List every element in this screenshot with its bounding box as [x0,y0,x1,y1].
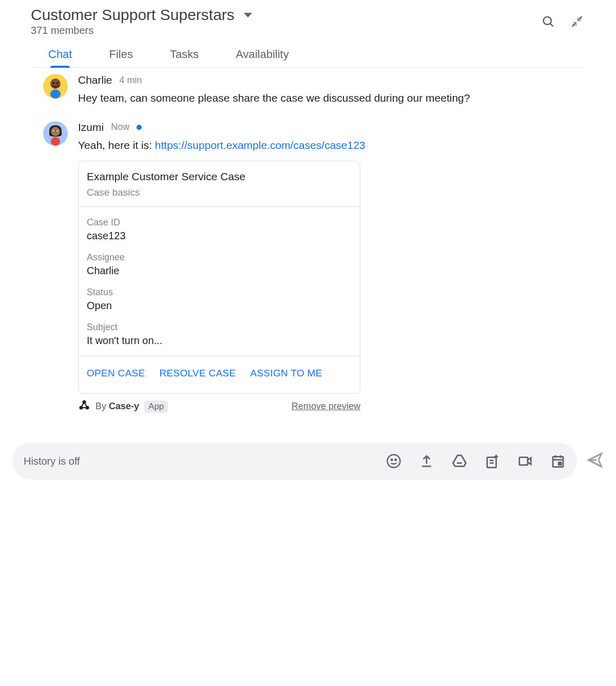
message-time: Now [111,122,129,132]
card-attribution: By Case-y App Remove preview [78,399,360,414]
svg-point-20 [391,459,393,461]
message-author: Charlie [78,74,112,86]
field-value: It won't turn on... [87,335,352,347]
message-list: Charlie 4 min Hey team, can someone plea… [0,68,616,439]
field-label: Case ID [87,217,352,228]
field-label: Assignee [87,252,352,263]
svg-point-19 [388,455,400,468]
chevron-down-icon[interactable] [244,13,252,17]
svg-point-15 [57,130,58,131]
tab-files[interactable]: Files [109,48,132,67]
svg-point-21 [395,459,397,461]
calendar-icon[interactable] [550,453,566,469]
space-title: Customer Support Superstars [31,6,235,24]
tab-availability[interactable]: Availability [236,48,289,67]
svg-marker-3 [572,22,576,27]
card-field: Subject It won't turn on... [87,322,352,347]
assign-to-me-button[interactable]: ASSIGN TO ME [251,368,322,379]
field-value: Charlie [87,265,352,277]
message: Charlie 4 min Hey team, can someone plea… [43,74,585,107]
message-text-prefix: Yeah, here it is: [78,139,155,151]
tab-chat[interactable]: Chat [48,48,72,67]
message-author: Izumi [78,121,104,134]
drive-icon[interactable] [452,453,467,469]
message-composer[interactable]: History is off [12,443,577,480]
collapse-icon[interactable] [570,14,584,29]
tabs: Chat Files Tasks Availability [31,48,585,68]
svg-rect-27 [519,458,528,465]
svg-rect-11 [51,137,60,146]
card-title: Example Customer Service Case [87,170,352,183]
new-doc-icon[interactable] [485,453,500,469]
svg-point-0 [544,16,551,24]
field-value: Open [87,300,352,312]
svg-rect-6 [50,89,61,99]
field-label: Subject [87,322,352,333]
svg-point-5 [50,79,61,89]
emoji-icon[interactable] [386,453,401,469]
link-preview-card: Example Customer Service Case Case basic… [78,161,360,394]
composer-row: History is off [0,439,616,490]
search-icon[interactable] [541,14,555,29]
message-text: Hey team, can someone please share the c… [78,89,585,107]
tab-tasks[interactable]: Tasks [170,48,199,67]
svg-rect-32 [559,463,561,465]
upload-icon[interactable] [419,453,434,469]
svg-point-7 [53,83,54,84]
app-name: Case-y [109,401,139,411]
svg-point-14 [53,130,54,131]
member-count: 371 members [31,25,252,36]
svg-point-8 [57,83,59,84]
message-time: 4 min [120,75,142,86]
video-icon[interactable] [517,453,533,469]
space-header: Customer Support Superstars 371 members … [0,0,616,68]
message-text: Yeah, here it is: https://support.exampl… [78,137,585,154]
svg-marker-2 [578,16,582,21]
card-field: Status Open [87,287,352,312]
webhook-icon [78,399,90,414]
avatar[interactable] [43,121,68,146]
field-label: Status [87,287,352,298]
card-field: Assignee Charlie [87,252,352,277]
avatar[interactable] [43,74,68,99]
send-button[interactable] [586,451,604,471]
composer-input[interactable]: History is off [24,455,386,467]
field-value: case123 [87,230,352,242]
message-link[interactable]: https://support.example.com/cases/case12… [155,139,365,151]
app-badge: App [144,401,168,413]
attribution-prefix: By [95,401,109,411]
status-dot-icon [137,125,142,130]
remove-preview-link[interactable]: Remove preview [292,401,360,412]
open-case-button[interactable]: OPEN CASE [87,368,145,379]
message: Izumi Now Yeah, here it is: https://supp… [43,121,585,414]
svg-line-1 [550,23,553,26]
card-field: Case ID case123 [87,217,352,242]
resolve-case-button[interactable]: RESOLVE CASE [160,368,236,379]
card-subtitle: Case basics [87,187,352,198]
